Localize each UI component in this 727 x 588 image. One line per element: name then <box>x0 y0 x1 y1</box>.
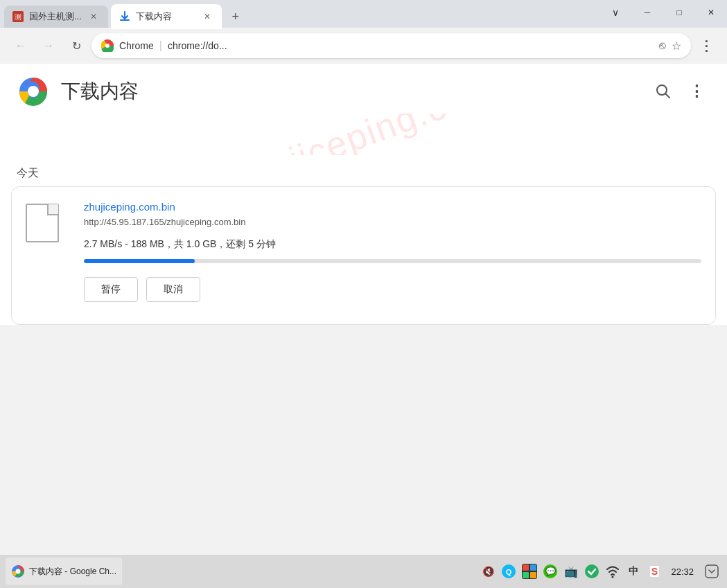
tab-favicon-inactive: 测 <box>12 11 24 22</box>
taskbar-lang-icon[interactable]: 中 <box>625 563 642 580</box>
tab-active-close[interactable]: ✕ <box>201 10 213 23</box>
tab-active-label: 下载内容 <box>136 10 195 23</box>
browser-menu-button[interactable]: ⋮ <box>694 33 719 58</box>
download-url: http://45.95.187.165/zhujiceping.com.bin <box>84 217 701 227</box>
window-controls: ∨ ─ □ ✕ <box>631 0 727 24</box>
taskbar-wifi-icon[interactable] <box>604 563 621 580</box>
chrome-logo-icon <box>101 39 114 52</box>
taskbar-app-chrome[interactable]: 下载内容 - Google Ch... <box>6 558 122 585</box>
taskbar: 下载内容 - Google Ch... 🔇 Q <box>0 555 727 588</box>
watermark-area: zhujiceping.com <box>0 114 727 155</box>
chrome-logo-large <box>17 75 50 108</box>
page-header-area: 下载内容 ⋮ zhujiceping.com 今天 zhujicepin <box>0 64 727 325</box>
taskbar-icons: 🔇 Q 💬 📺 <box>480 562 721 581</box>
new-tab-button[interactable]: + <box>225 6 247 28</box>
taskbar-color-icon[interactable] <box>521 563 538 580</box>
cancel-button[interactable]: 取消 <box>146 277 200 302</box>
file-icon-container <box>26 201 70 310</box>
navbar: ← → ↻ Chrome | chrome://do... ⎋ ☆ ⋮ <box>0 28 727 64</box>
svg-point-4 <box>105 44 110 48</box>
download-info: zhujiceping.com.bin http://45.95.187.165… <box>84 201 701 310</box>
page-header: 下载内容 ⋮ <box>0 64 727 114</box>
download-filename[interactable]: zhujiceping.com.bin <box>84 201 701 213</box>
taskbar-app-label: 下载内容 - Google Ch... <box>29 566 116 578</box>
svg-point-10 <box>16 569 21 574</box>
taskbar-check-icon[interactable] <box>584 563 600 580</box>
taskbar-mute-icon[interactable]: 🔇 <box>480 563 496 580</box>
download-status: 2.7 MB/s - 188 MB，共 1.0 GB，还剩 5 分钟 <box>84 238 701 251</box>
download-actions: 暂停 取消 <box>84 277 701 302</box>
address-separator: | <box>159 39 162 52</box>
tab-inactive[interactable]: 测 国外主机测... ✕ <box>4 6 108 28</box>
tab-download-icon <box>119 11 130 22</box>
svg-point-21 <box>612 576 614 578</box>
address-chrome-text: Chrome <box>119 40 154 51</box>
address-url-text: chrome://do... <box>168 40 654 51</box>
svg-rect-14 <box>523 564 529 571</box>
taskbar-chrome-icon <box>11 564 25 578</box>
taskbar-ime-icon[interactable]: S <box>646 563 663 580</box>
chevron-down-icon[interactable]: ∨ <box>599 0 631 24</box>
svg-text:Q: Q <box>506 568 512 576</box>
taskbar-wechat-icon[interactable]: 💬 <box>542 563 559 580</box>
tab-inactive-close[interactable]: ✕ <box>87 10 100 23</box>
taskbar-qq-icon[interactable]: Q <box>500 563 517 580</box>
close-button[interactable]: ✕ <box>695 0 727 24</box>
forward-button[interactable]: → <box>36 33 61 58</box>
tab-active[interactable]: 下载内容 ✕ <box>111 4 222 29</box>
restore-button[interactable]: □ <box>663 0 695 24</box>
page-title: 下载内容 <box>61 78 649 105</box>
svg-rect-22 <box>706 565 718 578</box>
minimize-button[interactable]: ─ <box>631 0 663 24</box>
svg-text:💬: 💬 <box>545 566 556 576</box>
tab-inactive-label: 国外主机测... <box>29 10 82 23</box>
more-options-button[interactable]: ⋮ <box>683 78 710 105</box>
share-icon[interactable]: ⎋ <box>659 39 666 52</box>
watermark: zhujiceping.com <box>0 114 727 155</box>
header-actions: ⋮ <box>649 78 710 105</box>
file-icon <box>26 204 59 242</box>
bookmark-icon[interactable]: ☆ <box>672 39 681 53</box>
svg-rect-16 <box>523 572 529 578</box>
reload-button[interactable]: ↻ <box>64 33 89 58</box>
section-today-label: 今天 <box>0 155 727 186</box>
progress-bar-container <box>84 259 701 263</box>
svg-rect-17 <box>530 572 536 578</box>
titlebar: 测 国外主机测... ✕ 下载内容 ✕ + ∨ ─ □ ✕ <box>0 0 727 28</box>
pause-button[interactable]: 暂停 <box>84 277 138 302</box>
download-card: zhujiceping.com.bin http://45.95.187.165… <box>11 186 716 325</box>
svg-text:测: 测 <box>15 13 21 21</box>
watermark-text: zhujiceping.com <box>225 114 502 155</box>
taskbar-device-icon[interactable]: 📺 <box>563 563 579 580</box>
search-button[interactable] <box>649 78 677 105</box>
svg-point-6 <box>28 86 39 97</box>
svg-point-20 <box>585 564 599 578</box>
progress-bar-fill <box>84 259 195 263</box>
address-bar[interactable]: Chrome | chrome://do... ⎋ ☆ <box>91 33 691 58</box>
taskbar-time: 22:32 <box>667 567 698 577</box>
svg-rect-15 <box>530 564 536 571</box>
svg-line-8 <box>665 93 669 98</box>
taskbar-notification-icon[interactable] <box>702 562 721 581</box>
back-button[interactable]: ← <box>8 33 33 58</box>
